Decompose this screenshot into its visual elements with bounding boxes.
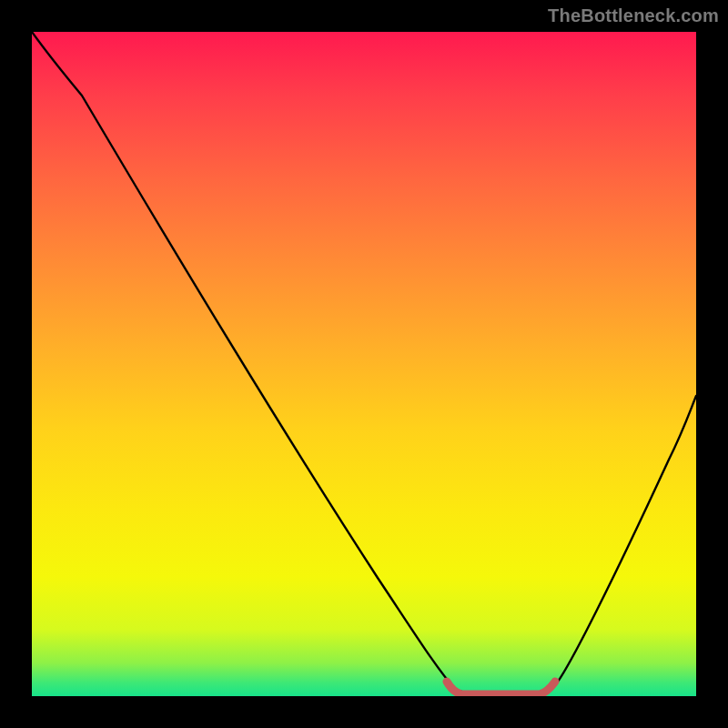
plot-area [32,32,696,696]
bottleneck-curve-path [32,32,696,696]
watermark-text: TheBottleneck.com [548,5,719,26]
chart-stage: TheBottleneck.com [0,0,728,728]
valley-marker-path [447,682,555,694]
curve-layer [32,32,696,696]
